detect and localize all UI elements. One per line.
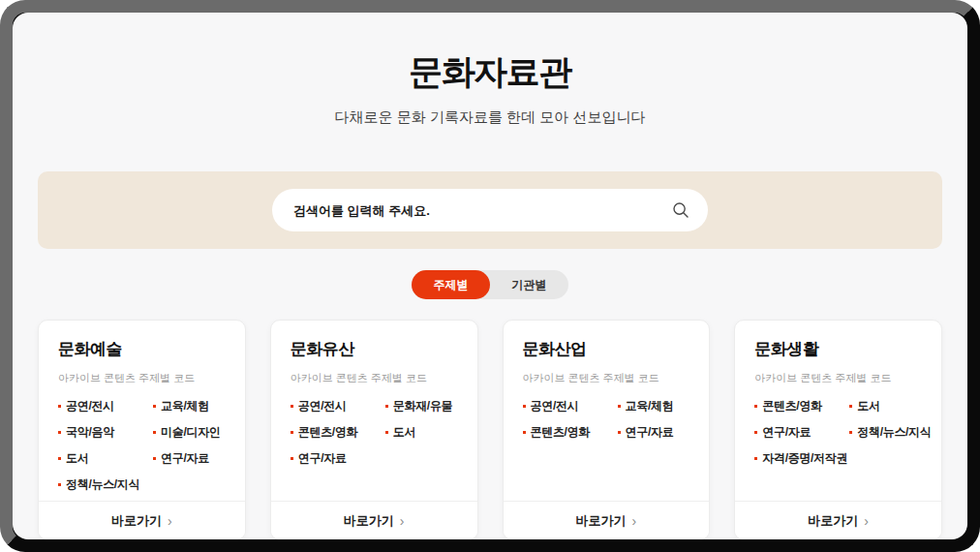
page-title: 문화자료관 xyxy=(38,49,942,95)
bullet-icon xyxy=(58,431,61,434)
tab-by-subject[interactable]: 주제별 xyxy=(412,270,490,299)
bullet-icon xyxy=(153,457,156,460)
shortcut-button[interactable]: 바로가기 › xyxy=(271,501,477,539)
card-body: 문화예술 아카이브 콘텐츠 주제별 코드 공연/전시국악/음악도서정책/뉴스/지… xyxy=(39,321,245,501)
card-title: 문화유산 xyxy=(291,338,458,360)
category-label: 연구/자료 xyxy=(161,450,209,467)
category-label: 교육/체험 xyxy=(626,398,674,414)
shortcut-label: 바로가기 xyxy=(808,512,858,530)
card-body: 문화생활 아카이브 콘텐츠 주제별 코드 콘텐츠/영화연구/자료자격/증명/저작… xyxy=(735,321,941,501)
category-label: 콘텐츠/영화 xyxy=(762,398,822,414)
page: 문화자료관 다채로운 문화 기록자료를 한데 모아 선보입니다 주제별 기관별 xyxy=(13,13,967,539)
category-list: 공연/전시콘텐츠/영화 xyxy=(523,398,606,441)
window-frame: 문화자료관 다채로운 문화 기록자료를 한데 모아 선보입니다 주제별 기관별 xyxy=(0,0,980,552)
bullet-icon xyxy=(385,405,388,408)
search-icon[interactable] xyxy=(669,199,692,222)
card-body: 문화유산 아카이브 콘텐츠 주제별 코드 공연/전시콘텐츠/영화연구/자료 문화… xyxy=(271,321,477,501)
category-card-culture-heritage: 문화유산 아카이브 콘텐츠 주제별 코드 공연/전시콘텐츠/영화연구/자료 문화… xyxy=(270,320,478,539)
bullet-icon xyxy=(153,431,156,434)
category-item[interactable]: 국악/음악 xyxy=(58,424,141,441)
bullet-icon xyxy=(523,405,526,408)
search-input[interactable] xyxy=(291,202,669,219)
category-label: 자격/증명/저작권 xyxy=(762,450,847,467)
category-item[interactable]: 문화재/유물 xyxy=(385,398,469,414)
bullet-icon xyxy=(58,405,61,408)
card-title: 문화산업 xyxy=(523,338,690,360)
card-title: 문화예술 xyxy=(58,338,226,360)
category-label: 정책/뉴스/지식 xyxy=(857,424,931,441)
category-card-culture-industry: 문화산업 아카이브 콘텐츠 주제별 코드 공연/전시콘텐츠/영화 교육/체험연구… xyxy=(503,320,711,539)
category-columns: 공연/전시콘텐츠/영화 교육/체험연구/자료 xyxy=(523,398,690,441)
shortcut-button[interactable]: 바로가기 › xyxy=(504,501,710,539)
category-item[interactable]: 공연/전시 xyxy=(291,398,374,414)
bullet-icon xyxy=(754,431,757,434)
view-toggle: 주제별 기관별 xyxy=(412,270,568,299)
category-item[interactable]: 도서 xyxy=(849,398,933,414)
category-list: 콘텐츠/영화연구/자료자격/증명/저작권 xyxy=(754,398,838,467)
bullet-icon xyxy=(58,483,61,486)
category-label: 도서 xyxy=(857,398,879,414)
category-item[interactable]: 연구/자료 xyxy=(754,424,838,441)
chevron-right-icon: › xyxy=(168,514,172,528)
bullet-icon xyxy=(523,431,526,434)
category-label: 공연/전시 xyxy=(531,398,579,414)
bullet-icon xyxy=(849,431,852,434)
category-item[interactable]: 교육/체험 xyxy=(153,398,236,414)
shortcut-label: 바로가기 xyxy=(344,512,394,530)
card-title: 문화생활 xyxy=(754,338,922,360)
category-item[interactable]: 정책/뉴스/지식 xyxy=(58,476,141,493)
category-item[interactable]: 정책/뉴스/지식 xyxy=(849,424,933,441)
category-label: 국악/음악 xyxy=(66,424,114,441)
category-item[interactable]: 도서 xyxy=(58,450,141,467)
tab-by-institution[interactable]: 기관별 xyxy=(490,270,568,299)
category-item[interactable]: 연구/자료 xyxy=(618,424,701,441)
chevron-right-icon: › xyxy=(632,514,637,528)
category-card-culture-arts: 문화예술 아카이브 콘텐츠 주제별 코드 공연/전시국악/음악도서정책/뉴스/지… xyxy=(38,320,246,539)
category-label: 교육/체험 xyxy=(161,398,209,414)
category-item[interactable]: 콘텐츠/영화 xyxy=(291,424,374,441)
category-list: 문화재/유물도서 xyxy=(385,398,469,467)
category-item[interactable]: 콘텐츠/영화 xyxy=(754,398,838,414)
category-item[interactable]: 교육/체험 xyxy=(618,398,701,414)
category-label: 정책/뉴스/지식 xyxy=(66,476,139,493)
category-label: 문화재/유물 xyxy=(393,398,453,414)
category-label: 연구/자료 xyxy=(762,424,811,441)
category-item[interactable]: 연구/자료 xyxy=(291,450,374,467)
magnifier-glyph xyxy=(671,200,690,220)
category-item[interactable]: 연구/자료 xyxy=(153,450,236,467)
category-label: 도서 xyxy=(393,424,415,441)
category-item[interactable]: 공연/전시 xyxy=(58,398,141,414)
bullet-icon xyxy=(385,431,388,434)
shortcut-label: 바로가기 xyxy=(111,512,162,530)
shortcut-label: 바로가기 xyxy=(576,512,627,530)
card-code-label: 아카이브 콘텐츠 주제별 코드 xyxy=(58,371,226,385)
category-list: 도서정책/뉴스/지식 xyxy=(849,398,933,467)
category-label: 콘텐츠/영화 xyxy=(531,424,591,441)
category-item[interactable]: 공연/전시 xyxy=(523,398,606,414)
category-list: 공연/전시콘텐츠/영화연구/자료 xyxy=(291,398,374,467)
category-columns: 콘텐츠/영화연구/자료자격/증명/저작권 도서정책/뉴스/지식 xyxy=(754,398,922,467)
category-label: 공연/전시 xyxy=(66,398,114,414)
card-code-label: 아카이브 콘텐츠 주제별 코드 xyxy=(523,371,690,385)
bullet-icon xyxy=(291,457,293,460)
category-label: 도서 xyxy=(66,450,88,467)
shortcut-button[interactable]: 바로가기 › xyxy=(39,501,245,539)
bullet-icon xyxy=(153,405,156,408)
category-list: 공연/전시국악/음악도서정책/뉴스/지식 xyxy=(58,398,141,493)
bullet-icon xyxy=(618,405,621,408)
search-section xyxy=(38,171,942,249)
card-body: 문화산업 아카이브 콘텐츠 주제별 코드 공연/전시콘텐츠/영화 교육/체험연구… xyxy=(504,321,710,501)
bullet-icon xyxy=(754,405,757,408)
category-item[interactable]: 콘텐츠/영화 xyxy=(523,424,606,441)
chevron-right-icon: › xyxy=(864,514,869,528)
category-item[interactable]: 자격/증명/저작권 xyxy=(754,450,838,467)
bullet-icon xyxy=(291,431,293,434)
bullet-icon xyxy=(849,405,852,408)
card-code-label: 아카이브 콘텐츠 주제별 코드 xyxy=(754,371,922,385)
category-columns: 공연/전시국악/음악도서정책/뉴스/지식 교육/체험미술/디자인연구/자료 xyxy=(58,398,226,493)
shortcut-button[interactable]: 바로가기 › xyxy=(735,501,941,539)
category-item[interactable]: 도서 xyxy=(385,424,469,441)
category-list: 교육/체험연구/자료 xyxy=(618,398,701,441)
category-item[interactable]: 미술/디자인 xyxy=(153,424,236,441)
page-subtitle: 다채로운 문화 기록자료를 한데 모아 선보입니다 xyxy=(38,108,942,127)
